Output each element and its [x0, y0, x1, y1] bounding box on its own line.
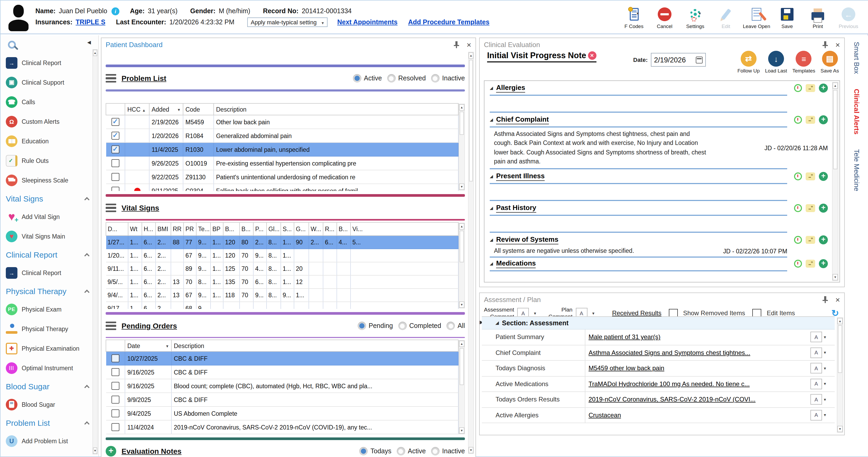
text-format-button[interactable]: A — [810, 410, 822, 421]
row-checkbox[interactable] — [112, 368, 119, 376]
remove-note-icon[interactable]: ✕ — [588, 51, 596, 60]
sidebar-item-physical-therapy[interactable]: Physical Therapy — [6, 319, 92, 339]
tab-tele-medicine[interactable]: Tele Medicine — [853, 149, 861, 191]
sidebar-item-clinical-report-2[interactable]: → Clinical Report — [6, 263, 92, 282]
dropdown-caret-icon[interactable]: ▼ — [823, 398, 827, 401]
column-header[interactable]: PR — [184, 222, 196, 236]
radio-icon[interactable] — [397, 447, 405, 455]
radio-icon[interactable] — [431, 447, 439, 455]
section-text[interactable]: Asthma Associated Signs and Symptoms che… — [494, 130, 708, 166]
apply-setting-dropdown[interactable]: Apply male-typical setting — [247, 17, 328, 27]
assessment-row[interactable]: Todays Diagnosis M5459 other low back pa… — [482, 361, 835, 376]
quote-note-icon[interactable] — [806, 236, 815, 244]
filter-radio[interactable]: Resolved — [387, 74, 426, 83]
assessment-row[interactable]: Todays Orders Results 2019-nCoV Coronavi… — [482, 392, 835, 407]
column-header[interactable]: Gl... — [267, 222, 281, 236]
timer-icon[interactable] — [794, 260, 802, 268]
section-title[interactable]: Vital Signs — [122, 204, 159, 212]
row-checkbox[interactable] — [112, 423, 119, 431]
pin-icon[interactable] — [823, 296, 828, 303]
filter-radio[interactable]: Completed — [398, 322, 441, 330]
assessment-row[interactable]: Active Medications TraMADol Hydrochlorid… — [482, 376, 835, 392]
column-header[interactable]: B... — [223, 222, 240, 236]
pin-icon[interactable] — [454, 41, 459, 48]
column-header[interactable]: D... — [106, 222, 128, 236]
filter-radio[interactable]: Pending — [358, 322, 393, 330]
column-header[interactable]: H... — [142, 222, 156, 236]
section-past-history[interactable]: ◢ Past History — [490, 202, 828, 214]
add-icon[interactable] — [819, 203, 828, 212]
save-button[interactable]: Save — [772, 7, 802, 29]
tab-clinical-alerts[interactable]: Clinical Alerts — [853, 89, 861, 134]
sidebar-item-clinical-report[interactable]: → Clinical Report — [6, 53, 92, 73]
dropdown-caret-icon[interactable]: ▼ — [823, 335, 827, 339]
collapse-icon[interactable]: ◢ — [490, 261, 493, 266]
assessment-section-header[interactable]: ◢ Section: Assessment — [482, 317, 835, 330]
scroll-down-icon[interactable]: ▼ — [469, 447, 473, 453]
radio-icon[interactable] — [387, 74, 396, 83]
section-medications[interactable]: ◢ Medications — [490, 258, 828, 269]
quote-note-icon[interactable] — [806, 204, 815, 212]
problem-row[interactable]: 2/19/2026 M5459 Other low back pain — [106, 115, 458, 129]
load-last-button[interactable]: ↓ Load Last — [765, 51, 787, 74]
dropdown-caret-icon[interactable]: ▼ — [823, 367, 827, 370]
menu-icon[interactable] — [106, 204, 116, 212]
scroll-down-icon[interactable]: ▼ — [459, 427, 464, 434]
sidebar-item-clinical-support[interactable]: ▣ Clinical Support — [6, 73, 92, 92]
column-header[interactable]: BMI — [156, 222, 171, 236]
add-icon[interactable] — [819, 259, 828, 268]
row-checkbox[interactable] — [112, 187, 119, 191]
column-header-description[interactable]: Description — [172, 340, 458, 351]
scroll-down-icon[interactable]: ▼ — [93, 448, 97, 454]
scroll-up-icon[interactable]: ▲ — [93, 50, 97, 56]
filter-radio[interactable]: Active — [397, 447, 426, 455]
assessment-row[interactable]: Active Allergies Crustacean A ▼ — [482, 407, 835, 423]
text-format-button[interactable]: A — [810, 394, 822, 405]
section-review-of-systems[interactable]: ◢ Review of Systems — [490, 234, 828, 246]
sidebar-section-physical-therapy[interactable]: Physical Therapy — [6, 282, 92, 299]
column-header-description[interactable]: Description — [214, 104, 458, 115]
sidebar-item-vital-signs-main[interactable]: ♥ Vital Signs Main — [6, 226, 92, 246]
row-checkbox[interactable] — [112, 382, 119, 390]
sidebar-item-education[interactable]: Education — [6, 131, 92, 151]
row-checkbox[interactable] — [112, 145, 119, 153]
column-header[interactable]: RR — [171, 222, 184, 236]
column-header[interactable]: Te... — [196, 222, 211, 236]
section-text[interactable]: All systems are negative unless otherwis… — [494, 247, 634, 256]
problem-row[interactable]: 9/26/2025 O10019 Pre-existing essential … — [106, 156, 458, 170]
text-format-button[interactable]: A — [810, 347, 822, 358]
sidebar-item-rule-outs[interactable]: ✓ Rule Outs — [6, 151, 92, 170]
add-procedure-templates-link[interactable]: Add Procedure Templates — [408, 18, 490, 26]
filter-radio[interactable]: Todays — [360, 447, 392, 455]
scroll-down-icon[interactable]: ▼ — [459, 183, 464, 190]
sidebar-item-calls[interactable]: ☎ Calls — [6, 92, 92, 112]
collapse-icon[interactable]: ◢ — [490, 85, 493, 90]
order-row[interactable]: 10/27/2025 CBC & DIFF — [106, 351, 458, 365]
pin-icon[interactable] — [823, 41, 828, 48]
dropdown-caret-icon[interactable]: ▼ — [533, 311, 537, 315]
f-codes-button[interactable]: ▼ F Codes — [619, 7, 649, 29]
vital-row[interactable]: 9/17...1...6...2...689... — [106, 302, 458, 309]
order-row[interactable]: 9/9/2025 CBC & DIFF — [106, 393, 458, 406]
section-title[interactable]: Pending Orders — [122, 322, 177, 330]
leave-open-button[interactable]: Leave Open — [742, 7, 771, 29]
sidebar-item-sleepiness-scale[interactable]: Sleepiness Scale — [6, 170, 92, 190]
timer-icon[interactable] — [794, 236, 802, 244]
dropdown-caret-icon[interactable]: ▼ — [823, 351, 827, 355]
sidebar-section-blood-sugar[interactable]: Blood Sugar — [6, 378, 92, 395]
radio-icon[interactable] — [353, 74, 361, 83]
column-header-code[interactable]: Code — [183, 104, 214, 115]
filter-radio[interactable]: Inactive — [431, 447, 465, 455]
table-scrollbar[interactable]: ▲ ▼ — [459, 104, 465, 191]
tab-smart-box[interactable]: Smart Box — [853, 42, 861, 74]
filter-radio[interactable]: Active — [353, 74, 382, 83]
sidebar-section-clinical-report[interactable]: Clinical Report — [6, 246, 92, 263]
column-header[interactable]: S... — [281, 222, 294, 236]
problem-row[interactable]: 11/4/2025 R1030 Lower abdominal pain, un… — [106, 143, 458, 156]
vital-row[interactable]: 1/27...1...6...2...88779...1...120802...… — [106, 236, 458, 249]
column-header[interactable]: P... — [253, 222, 267, 236]
sidebar-scrollbar[interactable]: ▲ ▼ — [92, 49, 98, 454]
add-icon[interactable] — [819, 83, 828, 92]
column-header[interactable]: G... — [294, 222, 309, 236]
text-format-button[interactable]: A — [810, 332, 822, 342]
